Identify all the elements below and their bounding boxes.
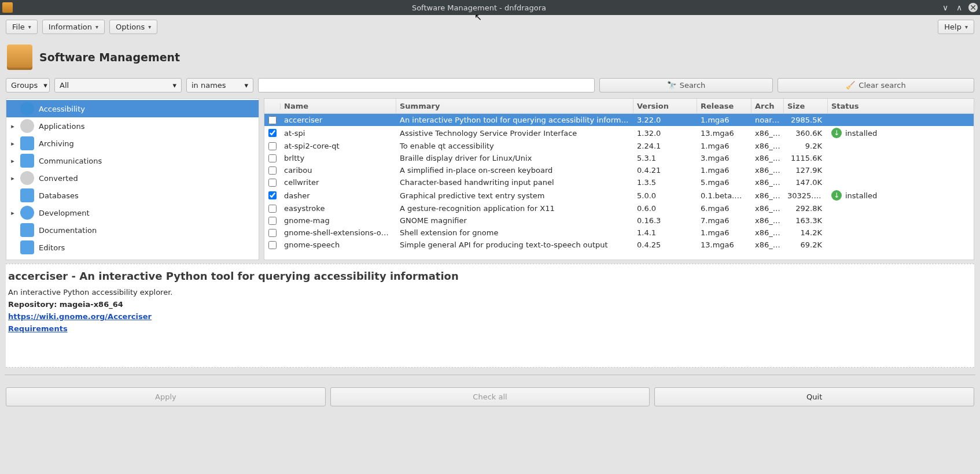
category-sidebar[interactable]: Accessibility▸Applications▸Archiving▸Com… <box>6 98 259 260</box>
cell-version: 5.0.0 <box>633 190 697 202</box>
search-button-label: Search <box>680 81 706 90</box>
row-checkbox[interactable] <box>268 217 277 225</box>
expander-icon: ▸ <box>10 140 16 147</box>
table-row[interactable]: at-spiAssistive Technology Service Provi… <box>264 126 974 140</box>
sidebar-item-accessibility[interactable]: Accessibility <box>6 100 259 117</box>
cell-name: caribou <box>281 164 396 176</box>
clear-search-button[interactable]: 🧹 Clear search <box>778 78 974 92</box>
category-icon <box>20 136 34 150</box>
cell-release: 1.mga6 <box>697 164 751 176</box>
col-name[interactable]: Name <box>281 99 396 113</box>
table-row[interactable]: gnome-shell-extensions-onboardShell exte… <box>264 227 974 239</box>
check-all-button[interactable]: Check all <box>330 387 650 406</box>
cell-version: 1.4.1 <box>633 227 697 239</box>
information-menu[interactable]: Information ▾ <box>42 20 105 34</box>
sidebar-item-databases[interactable]: Databases <box>6 187 259 204</box>
row-checkbox[interactable] <box>268 229 277 237</box>
window-title: Software Management - dnfdragora <box>17 3 941 12</box>
table-row[interactable]: caribouA simplified in-place on-screen k… <box>264 164 974 176</box>
help-menu[interactable]: Help ▾ <box>938 20 974 34</box>
col-version[interactable]: Version <box>633 99 697 113</box>
sidebar-item-documentation[interactable]: Documentation <box>6 221 259 239</box>
sidebar-item-development[interactable]: ▸Development <box>6 204 259 221</box>
cell-size: 14.2K <box>784 227 828 239</box>
row-checkbox[interactable] <box>268 142 277 150</box>
col-check[interactable] <box>264 103 281 109</box>
search-input[interactable] <box>258 78 595 92</box>
cell-version: 0.4.21 <box>633 164 697 176</box>
broom-icon: 🧹 <box>846 81 855 90</box>
clear-search-label: Clear search <box>859 81 905 90</box>
sidebar-item-communications[interactable]: ▸Communications <box>6 152 259 169</box>
row-checkbox[interactable] <box>268 166 277 175</box>
sidebar-item-applications[interactable]: ▸Applications <box>6 117 259 135</box>
table-row[interactable]: easystrokeA gesture-recognition applicat… <box>264 202 974 214</box>
sidebar-item-label: Databases <box>39 191 79 200</box>
cell-summary: Graphical predictive text entry system <box>396 190 633 202</box>
cell-name: brltty <box>281 152 396 164</box>
row-checkbox[interactable] <box>268 179 277 187</box>
file-menu[interactable]: File ▾ <box>6 20 38 34</box>
cell-release: 1.mga6 <box>697 227 751 239</box>
table-row[interactable]: cellwriterCharacter-based handwriting in… <box>264 176 974 188</box>
sidebar-item-editors[interactable]: Editors <box>6 239 259 256</box>
col-summary[interactable]: Summary <box>396 99 633 113</box>
cell-size: 9.2K <box>784 140 828 152</box>
detail-repo-value: mageia-x86_64 <box>60 300 123 309</box>
row-checkbox[interactable] <box>268 129 277 137</box>
filter-all-label: All <box>60 81 69 90</box>
groups-dropdown[interactable]: Groups ▾ <box>6 78 50 92</box>
category-icon <box>20 223 34 237</box>
row-checkbox[interactable] <box>268 154 277 162</box>
apply-button[interactable]: Apply <box>6 387 326 406</box>
table-body[interactable]: accerciserAn interactive Python tool for… <box>264 114 974 260</box>
table-row[interactable]: gnome-magGNOME magnifier0.16.37.mga6x86_… <box>264 214 974 227</box>
cell-arch: x86_64 <box>751 127 784 139</box>
cell-summary: Simple general API for producing text-to… <box>396 239 633 251</box>
cell-arch: x86_64 <box>751 227 784 239</box>
category-icon <box>20 154 34 168</box>
detail-requirements-link[interactable]: Requirements <box>8 324 68 333</box>
quit-button[interactable]: Quit <box>654 387 974 406</box>
row-checkbox[interactable] <box>268 241 277 249</box>
cell-arch: x86_64 <box>751 202 784 214</box>
row-checkbox[interactable] <box>268 205 277 213</box>
close-button[interactable]: ✕ <box>968 3 978 12</box>
col-size[interactable]: Size <box>784 99 828 113</box>
table-row[interactable]: gnome-speechSimple general API for produ… <box>264 239 974 251</box>
cell-release: 7.mga6 <box>697 214 751 227</box>
col-arch[interactable]: Arch <box>751 99 784 113</box>
search-scope-dropdown[interactable]: in names ▾ <box>186 78 253 92</box>
cell-version: 1.3.5 <box>633 176 697 188</box>
chevron-down-icon: ▾ <box>172 81 176 90</box>
cell-status: ↓installed <box>828 188 974 202</box>
table-row[interactable]: dasherGraphical predictive text entry sy… <box>264 188 974 202</box>
minimize-button[interactable]: ∨ <box>941 3 950 12</box>
filter-all-dropdown[interactable]: All ▾ <box>54 78 182 92</box>
col-status[interactable]: Status <box>828 99 974 113</box>
table-row[interactable]: accerciserAn interactive Python tool for… <box>264 114 974 126</box>
row-checkbox[interactable] <box>268 116 277 124</box>
sidebar-item-converted[interactable]: ▸Converted <box>6 169 259 187</box>
table-row[interactable]: brlttyBraille display driver for Linux/U… <box>264 152 974 164</box>
maximize-button[interactable]: ∧ <box>955 3 964 12</box>
cell-name: gnome-speech <box>281 239 396 251</box>
cell-arch: x86_64 <box>751 239 784 251</box>
col-release[interactable]: Release <box>697 99 751 113</box>
cell-summary: Character-based handwriting input panel <box>396 176 633 188</box>
row-checkbox[interactable] <box>268 191 277 199</box>
search-button[interactable]: 🔭 Search <box>599 78 773 92</box>
options-menu[interactable]: Options ▾ <box>109 20 157 34</box>
cell-summary: A simplified in-place on-screen keyboard <box>396 164 633 176</box>
detail-url-link[interactable]: https://wiki.gnome.org/Accerciser <box>8 312 152 321</box>
category-icon <box>20 119 34 133</box>
package-box-icon <box>7 45 32 70</box>
sidebar-item-archiving[interactable]: ▸Archiving <box>6 135 259 152</box>
cell-size: 292.8K <box>784 202 828 214</box>
detail-description: An interactive Python accessibility expl… <box>8 288 972 297</box>
table-row[interactable]: at-spi2-core-qtTo enable qt accessibilit… <box>264 140 974 152</box>
cell-name: gnome-shell-extensions-onboard <box>281 227 396 239</box>
cell-release: 5.mga6 <box>697 176 751 188</box>
cell-size: 147.0K <box>784 176 828 188</box>
cell-status <box>828 207 974 210</box>
